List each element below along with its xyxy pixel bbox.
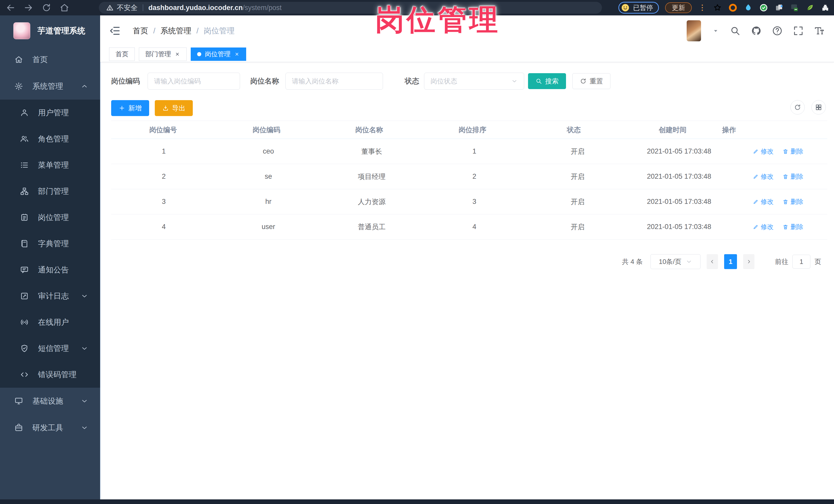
- reset-button[interactable]: 重置: [572, 73, 610, 89]
- edit-link[interactable]: 修改: [753, 197, 774, 206]
- add-button[interactable]: 新增: [111, 100, 149, 116]
- sidebar-item[interactable]: 部门管理: [0, 178, 100, 204]
- extension-tabs-icon[interactable]: [774, 3, 784, 12]
- menu-list-icon: [20, 161, 29, 170]
- status-select[interactable]: 岗位状态: [424, 73, 524, 90]
- export-button[interactable]: 导出: [155, 100, 193, 116]
- fullscreen-icon[interactable]: [793, 25, 804, 36]
- breadcrumb-item[interactable]: 系统管理: [148, 26, 191, 36]
- browser-extensions-area: 已暂停 更新: [618, 0, 830, 16]
- github-icon[interactable]: [751, 25, 762, 36]
- chevron-left-icon: [709, 259, 715, 264]
- column-settings-button[interactable]: [811, 100, 826, 114]
- table-row[interactable]: 2 se 项目经理 2 开启 2021-01-05 17:03:48 修改 删除: [111, 164, 827, 189]
- address-bar[interactable]: 不安全 dashboard.yudao.iocoder.cn/system/po…: [99, 2, 602, 14]
- close-icon[interactable]: [175, 51, 180, 57]
- search-button[interactable]: 搜索: [528, 73, 566, 89]
- sidebar-item[interactable]: 研发工具: [0, 414, 100, 441]
- extension-chat-icon[interactable]: [790, 3, 799, 12]
- chevron-down-icon: [511, 78, 518, 85]
- refresh-table-button[interactable]: [790, 100, 805, 114]
- reload-icon[interactable]: [42, 3, 51, 13]
- forward-arrow-icon[interactable]: [24, 3, 34, 13]
- table-row[interactable]: 1 ceo 董事长 1 开启 2021-01-05 17:03:48 修改 删除: [111, 139, 827, 164]
- font-size-icon[interactable]: [814, 25, 825, 36]
- trash-icon: [783, 174, 789, 180]
- edit-link[interactable]: 修改: [753, 172, 774, 181]
- sidebar-item-label: 在线用户: [38, 317, 69, 328]
- breadcrumb-item[interactable]: 首页: [133, 26, 148, 36]
- extension-check-icon[interactable]: [759, 3, 768, 12]
- view-tab[interactable]: 首页: [109, 47, 135, 61]
- back-arrow-icon[interactable]: [6, 3, 16, 13]
- extension-ring-icon[interactable]: [728, 3, 738, 12]
- sidebar-item[interactable]: 短信管理: [0, 335, 100, 361]
- sidebar-item[interactable]: 审计日志: [0, 283, 100, 309]
- roles-icon: [20, 134, 29, 143]
- infrastructure-icon: [14, 397, 23, 406]
- breadcrumb-item[interactable]: 岗位管理: [191, 26, 234, 36]
- search-icon[interactable]: [730, 25, 741, 36]
- prev-page-button[interactable]: [707, 254, 718, 269]
- delete-link[interactable]: 删除: [783, 223, 804, 231]
- dictionary-icon: [20, 239, 29, 248]
- cell-post-name: 人力资源: [320, 197, 423, 206]
- sidebar-item[interactable]: 通知公告: [0, 257, 100, 283]
- sidebar-item[interactable]: 首页: [0, 46, 100, 73]
- extension-drop-icon[interactable]: [744, 3, 753, 12]
- sidebar-item[interactable]: 系统管理: [0, 73, 100, 100]
- sidebar-item[interactable]: 岗位管理: [0, 204, 100, 231]
- sidebar-logo-row[interactable]: 芋道管理系统: [0, 16, 100, 46]
- caret-down-icon[interactable]: [712, 27, 720, 35]
- sidebar-item-label: 用户管理: [38, 108, 69, 118]
- status-label: 状态: [405, 76, 419, 86]
- help-icon[interactable]: [772, 25, 783, 36]
- delete-link[interactable]: 删除: [783, 197, 804, 206]
- sidebar-item[interactable]: 在线用户: [0, 309, 100, 335]
- edit-link[interactable]: 修改: [753, 147, 774, 156]
- view-tab[interactable]: 部门管理: [139, 47, 186, 61]
- extension-leaf-icon[interactable]: [805, 3, 814, 12]
- page-size-select[interactable]: 10条/页: [651, 254, 701, 269]
- sidebar-item-label: 菜单管理: [38, 160, 69, 171]
- sidebar-item[interactable]: 用户管理: [0, 100, 100, 126]
- cell-post-name: 项目经理: [320, 172, 423, 181]
- table-row[interactable]: 4 user 普通员工 4 开启 2021-01-05 17:03:48 修改 …: [111, 214, 827, 240]
- sidebar-item[interactable]: 角色管理: [0, 126, 100, 152]
- user-avatar[interactable]: [687, 20, 701, 41]
- cell-operations: 修改 删除: [728, 172, 827, 181]
- table-row[interactable]: 3 hr 人力资源 3 开启 2021-01-05 17:03:48 修改 删除: [111, 189, 827, 214]
- warning-icon[interactable]: [106, 4, 114, 12]
- edit-link[interactable]: 修改: [753, 223, 774, 231]
- view-tab[interactable]: 岗位管理: [191, 47, 246, 61]
- browser-update-button[interactable]: 更新: [665, 2, 692, 13]
- delete-link[interactable]: 删除: [783, 172, 804, 181]
- post-name-input[interactable]: [285, 73, 383, 90]
- cell-post-status: 开启: [526, 147, 630, 156]
- browser-menu-icon[interactable]: [698, 3, 707, 12]
- download-icon: [162, 105, 169, 111]
- sidebar: 芋道管理系统 首页 系统管理 用户管理 角色管理: [0, 16, 100, 504]
- sidebar-item[interactable]: 基础设施: [0, 388, 100, 414]
- delete-link[interactable]: 删除: [783, 147, 804, 156]
- profile-status-label: 已暂停: [633, 3, 653, 12]
- close-icon[interactable]: [234, 51, 240, 57]
- cell-post-id: 4: [111, 223, 216, 231]
- sidebar-item[interactable]: 菜单管理: [0, 152, 100, 178]
- browser-profile-chip[interactable]: 已暂停: [618, 2, 659, 14]
- bookmark-star-icon[interactable]: [713, 3, 722, 12]
- edit-icon: [753, 148, 759, 155]
- cell-post-code: user: [216, 223, 320, 231]
- cell-post-sort: 1: [423, 147, 526, 155]
- sidebar-item[interactable]: 字典管理: [0, 231, 100, 257]
- sidebar-item[interactable]: 错误码管理: [0, 361, 100, 388]
- chevron-down-icon: [81, 345, 88, 352]
- goto-page-input[interactable]: [792, 255, 810, 268]
- browser-home-icon[interactable]: [60, 3, 69, 13]
- sidebar-collapse-icon[interactable]: [109, 25, 121, 37]
- post-code-input[interactable]: [148, 73, 240, 90]
- chevron-down-icon: [81, 397, 88, 405]
- extension-puzzle-icon[interactable]: [821, 3, 830, 12]
- next-page-button[interactable]: [743, 254, 754, 269]
- current-page-button[interactable]: 1: [724, 254, 737, 269]
